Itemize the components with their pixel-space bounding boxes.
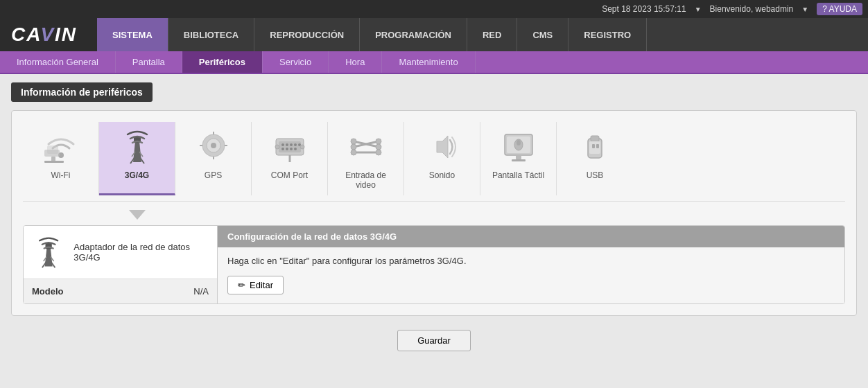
usb-icon: [575, 127, 614, 166]
nav-item-registro[interactable]: REGISTRO: [568, 18, 647, 51]
sonido-icon: [423, 127, 462, 166]
device-com-port[interactable]: COM Port: [252, 122, 328, 195]
nav-item-sistema[interactable]: SISTEMA: [97, 18, 168, 51]
usb-label: USB: [587, 170, 604, 180]
svg-point-30: [300, 145, 304, 149]
entrada-video-icon: [347, 127, 385, 166]
datetime-display: Sept 18 2023 15:57:11: [602, 4, 686, 14]
svg-point-37: [376, 150, 381, 155]
welcome-text: Bienvenido, webadmin: [710, 4, 794, 14]
svg-point-25: [281, 148, 284, 150]
svg-point-45: [517, 140, 521, 146]
tab-perifericos[interactable]: Periféricos: [182, 51, 263, 73]
svg-marker-41: [437, 136, 448, 158]
tab-mantenimiento[interactable]: Mantenimiento: [382, 51, 475, 73]
sonido-label: Sonido: [429, 170, 455, 180]
detail-left: Adaptador de la red de datos 3G/4G Model…: [24, 226, 218, 303]
pantalla-tactil-label: Pantalla Táctil: [492, 170, 544, 180]
device-pantalla-tactil[interactable]: Pantalla Táctil: [480, 122, 557, 195]
entrada-video-label: Entrada devideo: [345, 170, 386, 190]
svg-point-26: [286, 148, 288, 150]
svg-rect-46: [516, 155, 521, 159]
svg-point-13: [211, 143, 216, 148]
section-title: Información de periféricos: [11, 82, 153, 102]
detail-right: Configuración de la red de datos 3G/4G H…: [218, 226, 844, 303]
save-button[interactable]: Guardar: [397, 330, 471, 351]
nav-item-red[interactable]: RED: [467, 18, 517, 51]
device-3g4g[interactable]: 3G/4G: [99, 122, 175, 195]
model-row: Modelo N/A: [24, 279, 217, 303]
adapter-info: Adaptador de la red de datos 3G/4G: [24, 226, 217, 279]
wifi-icon: [42, 127, 80, 166]
nav-item-reproduccion[interactable]: REPRODUCCIÓN: [254, 18, 360, 51]
3g4g-icon: [118, 127, 157, 166]
device-panel: Wi-Fi 3G/: [11, 110, 857, 316]
svg-point-38: [351, 139, 356, 144]
svg-rect-19: [279, 141, 301, 152]
page-content: Información de periféricos Wi-Fi: [0, 74, 868, 368]
adapter-label-text: Adaptador de la red de datos 3G/4G: [73, 242, 209, 263]
model-key: Modelo: [32, 286, 64, 297]
device-usb[interactable]: USB: [557, 122, 633, 195]
device-sonido[interactable]: Sonido: [404, 122, 480, 195]
logo-text: CAVIN: [11, 24, 77, 46]
device-gps[interactable]: GPS: [175, 122, 252, 195]
gps-label: GPS: [205, 170, 222, 180]
pencil-icon: [238, 280, 245, 290]
svg-point-21: [286, 143, 288, 146]
svg-point-22: [290, 143, 293, 146]
config-description: Haga clic en "Editar" para configurar lo…: [227, 256, 835, 266]
edit-button[interactable]: Editar: [227, 276, 284, 294]
pantalla-tactil-icon: [499, 127, 538, 166]
svg-rect-51: [592, 144, 595, 148]
svg-rect-47: [512, 159, 526, 161]
top-bar: Sept 18 2023 15:57:11 ▼ Bienvenido, weba…: [0, 0, 868, 18]
nav-item-biblioteca[interactable]: BIBLIOTECA: [168, 18, 254, 51]
svg-point-39: [351, 144, 356, 150]
svg-marker-5: [133, 141, 141, 162]
wifi-label: Wi-Fi: [51, 170, 71, 180]
svg-point-35: [376, 139, 381, 144]
detail-section: Adaptador de la red de datos 3G/4G Model…: [23, 225, 845, 304]
svg-rect-2: [44, 150, 60, 157]
svg-point-27: [290, 148, 293, 150]
device-entrada-video[interactable]: Entrada devideo: [328, 122, 404, 195]
tab-servicio[interactable]: Servicio: [263, 51, 329, 73]
svg-point-20: [281, 143, 284, 146]
welcome-dropdown[interactable]: ▼: [801, 6, 808, 13]
svg-point-29: [275, 145, 279, 149]
model-value: N/A: [193, 286, 209, 297]
config-body: Haga clic en "Editar" para configurar lo…: [218, 247, 844, 303]
save-row: Guardar: [11, 330, 857, 360]
com-port-icon: [270, 127, 309, 166]
tab-info-general[interactable]: Información General: [0, 51, 116, 73]
help-button[interactable]: ? AYUDA: [817, 3, 862, 15]
svg-rect-52: [596, 144, 599, 148]
header: CAVIN SISTEMA BIBLIOTECA REPRODUCCIÓN PR…: [0, 18, 868, 51]
3g4g-label: 3G/4G: [125, 170, 149, 180]
svg-point-28: [294, 148, 297, 150]
gps-icon: [194, 127, 233, 166]
adapter-3g4g-icon: [32, 234, 65, 270]
device-icons-row: Wi-Fi 3G/: [23, 122, 845, 202]
main-nav: SISTEMA BIBLIOTECA REPRODUCCIÓN PROGRAMA…: [97, 18, 868, 51]
detail-arrow: [129, 210, 146, 220]
config-header: Configuración de la red de datos 3G/4G: [218, 226, 844, 247]
device-wifi[interactable]: Wi-Fi: [23, 122, 99, 195]
svg-point-36: [376, 144, 381, 150]
tab-hora[interactable]: Hora: [329, 51, 382, 73]
sub-nav: Información General Pantalla Periféricos…: [0, 51, 868, 74]
edit-button-label: Editar: [250, 280, 273, 290]
logo: CAVIN: [0, 18, 97, 51]
svg-rect-49: [591, 136, 599, 141]
nav-item-programacion[interactable]: PROGRAMACIÓN: [360, 18, 467, 51]
svg-point-23: [294, 143, 297, 146]
com-port-label: COM Port: [271, 170, 308, 180]
svg-rect-4: [44, 161, 64, 163]
nav-item-cms[interactable]: CMS: [517, 18, 568, 51]
tab-pantalla[interactable]: Pantalla: [116, 51, 182, 73]
svg-point-40: [351, 150, 356, 155]
datetime-dropdown[interactable]: ▼: [695, 6, 702, 13]
